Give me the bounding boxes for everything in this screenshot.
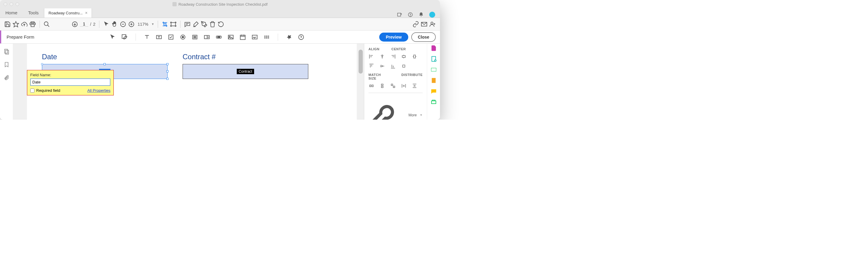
fit-page-icon[interactable] xyxy=(170,21,177,28)
pin-icon[interactable] xyxy=(286,34,292,40)
attachment-icon[interactable] xyxy=(4,75,9,81)
resize-handle[interactable] xyxy=(166,78,168,80)
delete-icon[interactable] xyxy=(209,21,216,28)
more-label: More xyxy=(408,113,416,117)
fit-width-icon[interactable] xyxy=(162,21,168,28)
date-field-icon[interactable] xyxy=(240,34,246,40)
cloud-upload-icon[interactable] xyxy=(21,21,28,28)
highlight-icon[interactable] xyxy=(192,21,199,28)
zoom-dropdown-icon[interactable]: ▼ xyxy=(151,23,154,26)
svg-rect-37 xyxy=(403,65,405,67)
signature-icon[interactable] xyxy=(251,34,258,40)
pointer-icon[interactable] xyxy=(103,21,110,28)
image-field-icon[interactable] xyxy=(227,34,234,40)
help-circle-icon[interactable] xyxy=(298,34,304,40)
distribute-v-icon[interactable] xyxy=(411,83,417,89)
checkbox-icon[interactable] xyxy=(167,34,174,40)
tab-close-icon[interactable]: × xyxy=(85,10,87,15)
help-icon[interactable] xyxy=(408,12,413,18)
svg-point-32 xyxy=(299,34,304,39)
align-top-icon[interactable] xyxy=(368,63,374,69)
list-box-icon[interactable] xyxy=(191,34,198,40)
undo-icon[interactable] xyxy=(218,21,224,28)
all-properties-link[interactable]: All Properties xyxy=(87,88,111,93)
svg-rect-33 xyxy=(4,50,7,53)
draw-icon[interactable] xyxy=(201,21,208,28)
align-center-h-icon[interactable] xyxy=(379,54,385,59)
zoom-level[interactable]: 117% xyxy=(136,22,150,27)
page-current-input[interactable] xyxy=(80,22,88,27)
comment-icon[interactable] xyxy=(184,21,191,28)
edit-icon[interactable] xyxy=(121,34,128,40)
contract-form-field[interactable]: Contract xyxy=(183,64,308,79)
search-icon[interactable] xyxy=(43,21,50,28)
svg-rect-42 xyxy=(391,84,393,86)
resize-handle[interactable] xyxy=(166,70,168,72)
window-minimize-button[interactable] xyxy=(9,2,13,6)
document-canvas[interactable]: Date Date Fie xyxy=(13,44,364,120)
text-field-icon[interactable] xyxy=(144,34,150,40)
star-icon[interactable] xyxy=(12,21,19,28)
resize-handle[interactable] xyxy=(103,63,106,65)
required-checkbox-input[interactable] xyxy=(30,89,34,93)
export-pdf-icon[interactable] xyxy=(430,56,437,62)
align-left-icon[interactable] xyxy=(368,54,374,59)
radio-icon[interactable] xyxy=(180,34,186,40)
email-icon[interactable] xyxy=(421,21,427,28)
match-both-icon[interactable] xyxy=(390,83,396,89)
contract-field-tag: Contract xyxy=(237,69,254,74)
fieldname-input[interactable] xyxy=(30,78,111,86)
share-icon[interactable] xyxy=(397,12,402,18)
dropdown-icon[interactable] xyxy=(204,34,210,40)
link-icon[interactable] xyxy=(412,21,419,28)
tab-home[interactable]: Home xyxy=(0,8,23,18)
hand-icon[interactable] xyxy=(111,21,118,28)
barcode-icon[interactable] xyxy=(264,34,270,40)
window-maximize-button[interactable] xyxy=(16,2,19,6)
center-v-icon[interactable] xyxy=(411,54,417,59)
match-height-icon[interactable] xyxy=(379,83,385,89)
resize-handle[interactable] xyxy=(41,63,43,65)
person-add-icon[interactable] xyxy=(429,21,436,28)
create-pdf-icon[interactable] xyxy=(430,45,437,52)
close-button[interactable]: Close xyxy=(411,32,436,42)
print-icon[interactable] xyxy=(29,21,36,28)
window-close-button[interactable] xyxy=(4,2,7,6)
svg-text:OK: OK xyxy=(217,36,220,38)
bell-icon[interactable] xyxy=(418,12,424,18)
more-button[interactable]: More ▼ xyxy=(368,93,423,120)
align-bottom-icon[interactable] xyxy=(390,63,396,69)
main-toolbar: / 2 117% ▼ xyxy=(0,18,440,31)
svg-rect-47 xyxy=(432,78,435,83)
resize-handle[interactable] xyxy=(166,63,168,65)
align-middle-icon[interactable] xyxy=(379,63,385,69)
center-h-icon[interactable] xyxy=(401,54,407,59)
tab-document-label: Roadway Constru... xyxy=(49,11,83,15)
text-box-icon[interactable] xyxy=(156,34,162,40)
required-checkbox[interactable]: Required field xyxy=(30,88,60,93)
tab-document[interactable]: Roadway Constru... × xyxy=(44,8,92,18)
select-tool-icon[interactable] xyxy=(109,34,116,40)
user-avatar[interactable] xyxy=(429,12,435,18)
page-indicator: / 2 xyxy=(80,22,95,27)
button-icon[interactable]: OK xyxy=(216,34,222,40)
tab-tools[interactable]: Tools xyxy=(23,8,44,18)
bookmark-icon[interactable] xyxy=(4,62,9,68)
organize-icon[interactable] xyxy=(430,88,437,95)
zoom-in-icon[interactable] xyxy=(128,21,135,28)
page-down-icon[interactable] xyxy=(71,21,78,28)
align-right-icon[interactable] xyxy=(390,54,396,59)
preview-button[interactable]: Preview xyxy=(379,33,408,41)
page-total: 2 xyxy=(93,22,95,27)
center-both-icon[interactable] xyxy=(401,63,407,69)
zoom-out-icon[interactable] xyxy=(120,21,126,28)
distribute-h-icon[interactable] xyxy=(401,83,407,89)
match-width-icon[interactable] xyxy=(368,83,374,89)
thumbnails-icon[interactable] xyxy=(4,48,9,55)
combine-icon[interactable] xyxy=(430,99,437,105)
pdf-file-icon xyxy=(173,2,177,6)
save-icon[interactable] xyxy=(4,21,11,28)
comment-tool-icon[interactable] xyxy=(430,77,437,84)
edit-pdf-icon[interactable] xyxy=(430,66,437,73)
vertical-scrollbar[interactable] xyxy=(359,50,363,73)
